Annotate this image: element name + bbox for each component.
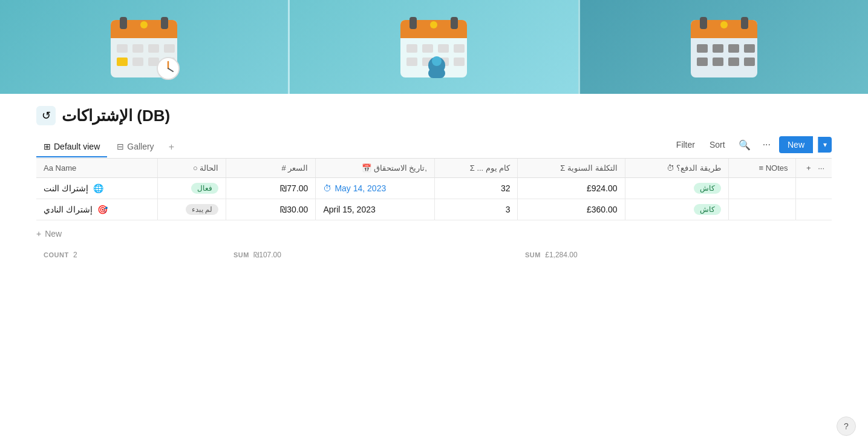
data-table: Aa Name ○ الحالة # السعر 📅 تاريخ الاستحق…: [36, 159, 832, 263]
gallery-icon: ⊟: [117, 142, 124, 151]
col-payment[interactable]: ⏱ طريقة الدفع؟: [625, 159, 728, 178]
add-new-row-button[interactable]: + New: [36, 224, 832, 243]
svg-rect-11: [132, 58, 143, 66]
svg-rect-31: [454, 58, 465, 66]
add-icon: +: [36, 229, 41, 239]
cell-status-1[interactable]: فعال: [157, 178, 226, 199]
svg-rect-46: [713, 58, 723, 66]
payment-badge-1: كاش: [694, 183, 721, 194]
svg-point-5: [140, 21, 148, 28]
svg-rect-3: [120, 17, 127, 29]
cell-extra-2: [795, 199, 832, 220]
count-value: 2: [73, 251, 77, 259]
cell-name-1[interactable]: 🌐 إشتراك النت: [36, 178, 157, 199]
page-title-icon: ↺: [36, 106, 56, 125]
svg-rect-48: [744, 58, 755, 66]
cell-name-2[interactable]: 🎯 إشتراك النادي: [36, 199, 157, 220]
tab-gallery-label: Gallery: [127, 142, 154, 151]
cell-payment-1[interactable]: كاش: [625, 178, 728, 199]
footer-empty-3: [434, 247, 518, 263]
toolbar: ⊞ Default view ⊟ Gallery + Filter Sort 🔍…: [36, 136, 832, 159]
svg-rect-8: [148, 44, 159, 53]
svg-rect-45: [697, 58, 708, 66]
search-button[interactable]: 🔍: [735, 137, 754, 153]
table-footer-row: COUNT 2 SUM ₪107.00 SUM £1,284.00: [36, 247, 832, 263]
footer-empty-5: [728, 247, 795, 263]
price-value-1: ₪77.00: [280, 183, 308, 193]
add-row-label: New: [45, 229, 62, 239]
svg-rect-43: [728, 44, 739, 53]
banner-panel-2: [288, 0, 579, 94]
cell-date-1[interactable]: May 14, 2023 ⏱: [316, 178, 435, 199]
col-options-icon[interactable]: ···: [818, 163, 824, 173]
more-options-button[interactable]: ···: [759, 137, 774, 153]
banner-panel-1: [0, 0, 288, 94]
col-name[interactable]: Aa Name: [36, 159, 157, 178]
status-badge-1: فعال: [191, 183, 218, 194]
svg-rect-21: [410, 17, 417, 29]
col-add[interactable]: + ···: [795, 159, 832, 178]
footer-sum-annual: SUM £1,284.00: [518, 247, 625, 263]
svg-rect-22: [451, 17, 458, 29]
svg-rect-41: [697, 44, 708, 53]
cell-date-2[interactable]: April 15, 2023: [316, 199, 435, 220]
cell-price-2[interactable]: ₪30.00: [226, 199, 316, 220]
row-1-name: إشتراك النت: [44, 183, 88, 193]
svg-rect-25: [422, 44, 433, 53]
status-badge-2: لم يبدء: [186, 204, 218, 215]
cell-payment-2[interactable]: كاش: [625, 199, 728, 220]
add-row-trigger[interactable]: + New: [36, 220, 832, 248]
col-date[interactable]: 📅 تاريخ الاستحقاق,: [316, 159, 435, 178]
footer-empty-1: [157, 247, 226, 263]
row-2-icon: 🎯: [97, 205, 108, 214]
tab-gallery[interactable]: ⊟ Gallery: [109, 137, 161, 157]
days-value-2: 3: [506, 205, 511, 214]
cell-price-1[interactable]: ₪77.00: [226, 178, 316, 199]
footer-empty-6: [795, 247, 832, 263]
add-view-button[interactable]: +: [164, 137, 179, 157]
date-value-2: April 15, 2023: [323, 205, 375, 214]
cell-extra-1: [795, 178, 832, 199]
calendar-icon-1: [105, 8, 183, 87]
cell-status-2[interactable]: لم يبدء: [157, 199, 226, 220]
cell-notes-1[interactable]: [728, 178, 795, 199]
toolbar-views: ⊞ Default view ⊟ Gallery +: [36, 137, 179, 157]
col-price[interactable]: # السعر: [226, 159, 316, 178]
tab-default-label: Default view: [54, 142, 100, 151]
svg-rect-38: [700, 17, 707, 29]
footer-count: COUNT 2: [36, 247, 157, 263]
caret-down-icon: ▾: [823, 140, 827, 149]
toolbar-actions: Filter Sort 🔍 ··· New ▾: [671, 136, 832, 158]
clock-icon-1: ⏱: [323, 183, 331, 193]
add-column-icon[interactable]: +: [806, 163, 811, 173]
row-1-icon: 🌐: [93, 183, 103, 193]
svg-rect-4: [161, 17, 168, 29]
table-header-row: Aa Name ○ الحالة # السعر 📅 تاريخ الاستحق…: [36, 159, 832, 178]
col-days[interactable]: Σ ... كام يوم: [434, 159, 518, 178]
cell-notes-2[interactable]: [728, 199, 795, 220]
svg-rect-42: [713, 44, 723, 53]
cell-days-1[interactable]: 32: [434, 178, 518, 199]
filter-button[interactable]: Filter: [671, 137, 700, 152]
svg-rect-24: [406, 44, 417, 53]
table-row[interactable]: 🌐 إشتراك النت فعال ₪77.00 May 14, 2023 ⏱: [36, 178, 832, 199]
banner: [0, 0, 868, 94]
svg-rect-39: [741, 17, 748, 29]
new-button-caret[interactable]: ▾: [818, 137, 832, 153]
sort-button[interactable]: Sort: [705, 137, 730, 152]
col-annual[interactable]: Σ التكلفة السنوية: [518, 159, 625, 178]
tab-default-view[interactable]: ⊞ Default view: [36, 137, 107, 157]
page-content: ↺ (DB) الإشتراكات ⊞ Default view ⊟ Galle…: [0, 94, 868, 287]
col-notes[interactable]: ≡ NOtes: [728, 159, 795, 178]
table-row[interactable]: 🎯 إشتراك النادي لم يبدء ₪30.00 April 15,…: [36, 199, 832, 220]
svg-rect-34: [428, 68, 445, 78]
footer-empty-2: [316, 247, 435, 263]
cell-days-2[interactable]: 3: [434, 199, 518, 220]
days-value-1: 32: [501, 183, 511, 193]
annual-value-2: £360.00: [587, 205, 618, 214]
cell-annual-2[interactable]: £360.00: [518, 199, 625, 220]
new-button[interactable]: New: [779, 136, 813, 153]
svg-rect-7: [132, 44, 143, 53]
col-status[interactable]: ○ الحالة: [157, 159, 226, 178]
cell-annual-1[interactable]: £924.00: [518, 178, 625, 199]
